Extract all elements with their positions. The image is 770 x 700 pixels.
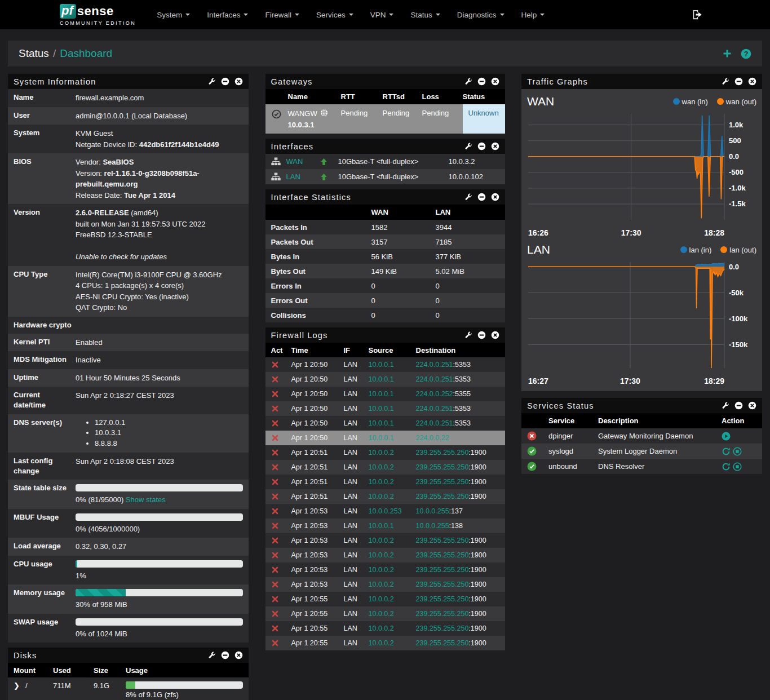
close-icon[interactable]: [491, 142, 499, 150]
log-destination-link[interactable]: 239.255.255.250: [416, 639, 469, 647]
nav-menu-services[interactable]: Services: [308, 0, 362, 29]
block-icon[interactable]: [271, 507, 291, 515]
close-icon[interactable]: [234, 651, 243, 659]
nav-menu-vpn[interactable]: VPN: [362, 0, 402, 29]
wrench-icon[interactable]: [722, 402, 729, 410]
pfsense-logo[interactable]: pf sense COMMUNITY EDITION: [60, 4, 136, 26]
help-icon[interactable]: ?: [741, 48, 751, 59]
log-source-link[interactable]: 10.0.0.253: [369, 507, 402, 515]
close-icon[interactable]: [491, 331, 499, 339]
log-source-link[interactable]: 10.0.0.2: [369, 478, 394, 486]
minimize-icon[interactable]: [477, 331, 486, 339]
log-destination-link[interactable]: 239.255.255.250: [416, 493, 469, 500]
log-destination-link[interactable]: 239.255.255.250: [416, 463, 469, 471]
nav-menu-help[interactable]: Help: [513, 0, 554, 29]
wrench-icon[interactable]: [208, 78, 216, 86]
log-source-link[interactable]: 10.0.0.2: [369, 551, 394, 559]
log-source-link[interactable]: 10.0.0.2: [369, 566, 394, 574]
log-destination-link[interactable]: 10.0.0.255: [416, 507, 449, 515]
log-source-link[interactable]: 10.0.0.2: [369, 537, 394, 544]
close-icon[interactable]: [491, 77, 499, 86]
nav-menu-firewall[interactable]: Firewall: [256, 0, 308, 29]
log-destination-link[interactable]: 224.0.0.252: [416, 390, 453, 398]
log-source-link[interactable]: 10.0.0.1: [369, 405, 394, 413]
minimize-icon[interactable]: [477, 142, 486, 150]
log-destination-link[interactable]: 239.255.255.250: [416, 581, 469, 588]
block-icon[interactable]: [271, 537, 291, 544]
show-states-link[interactable]: Show states: [126, 495, 166, 504]
wrench-icon[interactable]: [464, 78, 472, 86]
log-source-link[interactable]: 10.0.0.1: [369, 375, 394, 383]
log-destination-link[interactable]: 224.0.0.251: [416, 361, 453, 369]
restart-service-icon[interactable]: [722, 447, 731, 456]
log-destination-link[interactable]: 239.255.255.250: [416, 595, 469, 603]
log-destination-link[interactable]: 239.255.255.250: [416, 566, 469, 574]
log-source-link[interactable]: 10.0.0.1: [369, 361, 394, 369]
close-icon[interactable]: [748, 77, 756, 86]
nav-menu-status[interactable]: Status: [402, 0, 448, 29]
log-source-link[interactable]: 10.0.0.2: [369, 581, 394, 588]
minimize-icon[interactable]: [221, 77, 229, 86]
log-destination-link[interactable]: 239.255.255.250: [416, 551, 469, 559]
minimize-icon[interactable]: [734, 77, 743, 86]
log-source-link[interactable]: 10.0.0.1: [369, 419, 394, 427]
log-source-link[interactable]: 10.0.0.2: [369, 610, 394, 618]
log-source-link[interactable]: 10.0.0.2: [369, 639, 394, 647]
block-icon[interactable]: [271, 361, 291, 369]
block-icon[interactable]: [271, 419, 291, 427]
minimize-icon[interactable]: [477, 77, 486, 86]
wrench-icon[interactable]: [208, 652, 216, 659]
close-icon[interactable]: [748, 401, 756, 410]
nav-menu-system[interactable]: System: [148, 0, 198, 29]
start-service-icon[interactable]: [722, 432, 731, 441]
block-icon[interactable]: [271, 581, 291, 588]
close-icon[interactable]: [491, 193, 499, 201]
block-icon[interactable]: [271, 551, 291, 559]
interface-name-link[interactable]: LAN: [286, 172, 320, 181]
minimize-icon[interactable]: [734, 401, 743, 410]
log-destination-link[interactable]: 239.255.255.250: [416, 610, 469, 618]
log-destination-link[interactable]: 224.0.0.251: [416, 405, 453, 413]
wrench-icon[interactable]: [464, 331, 472, 339]
nav-menu-diagnostics[interactable]: Diagnostics: [449, 0, 513, 29]
wrench-icon[interactable]: [464, 143, 472, 150]
log-destination-link[interactable]: 239.255.255.250: [416, 449, 469, 457]
log-destination-link[interactable]: 224.0.0.251: [416, 419, 453, 427]
close-icon[interactable]: [234, 77, 243, 86]
wrench-icon[interactable]: [722, 78, 729, 86]
log-destination-link[interactable]: 224.0.0.251: [416, 375, 453, 383]
logout-icon[interactable]: [692, 9, 703, 20]
block-icon[interactable]: [271, 639, 291, 647]
block-icon[interactable]: [271, 624, 291, 632]
log-destination-link[interactable]: 239.255.255.250: [416, 537, 469, 544]
nav-menu-interfaces[interactable]: Interfaces: [198, 0, 256, 29]
stop-service-icon[interactable]: [733, 462, 742, 471]
log-source-link[interactable]: 10.0.0.2: [369, 463, 394, 471]
minimize-icon[interactable]: [221, 651, 229, 659]
block-icon[interactable]: [271, 478, 291, 486]
log-source-link[interactable]: 10.0.0.2: [369, 449, 394, 457]
log-destination-link[interactable]: 239.255.255.250: [416, 624, 469, 632]
block-icon[interactable]: [271, 375, 291, 383]
minimize-icon[interactable]: [477, 193, 486, 201]
wrench-icon[interactable]: [464, 193, 472, 201]
block-icon[interactable]: [271, 405, 291, 413]
log-destination-link[interactable]: 239.255.255.250: [416, 478, 469, 486]
restart-service-icon[interactable]: [722, 462, 731, 471]
log-source-link[interactable]: 10.0.0.2: [369, 493, 394, 500]
block-icon[interactable]: [271, 595, 291, 603]
log-source-link[interactable]: 10.0.0.2: [369, 624, 394, 632]
stop-service-icon[interactable]: [733, 447, 742, 456]
add-widget-icon[interactable]: [722, 48, 732, 59]
interface-name-link[interactable]: WAN: [286, 157, 320, 166]
expand-chevron-icon[interactable]: ❯: [14, 681, 20, 690]
block-icon[interactable]: [271, 610, 291, 618]
block-icon[interactable]: [271, 390, 291, 398]
block-icon[interactable]: [271, 434, 291, 442]
log-source-link[interactable]: 10.0.0.1: [369, 522, 394, 530]
block-icon[interactable]: [271, 522, 291, 530]
block-icon[interactable]: [271, 449, 291, 457]
log-destination-link[interactable]: 10.0.0.255: [416, 522, 449, 530]
block-icon[interactable]: [271, 493, 291, 500]
log-source-link[interactable]: 10.0.0.2: [369, 595, 394, 603]
